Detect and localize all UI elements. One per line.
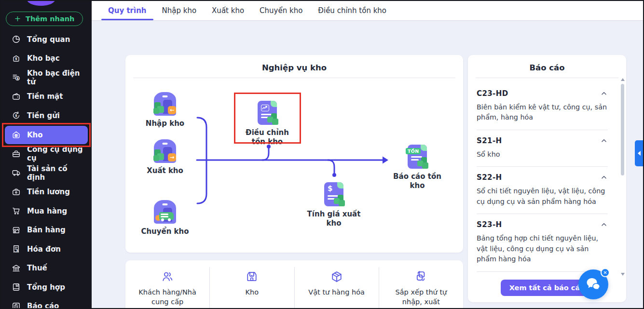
sidebar-item-tien-luong[interactable]: Tiền lương xyxy=(1,183,92,202)
sidebar-item-thue[interactable]: Thuế xyxy=(1,259,92,278)
workflow-title: Nghiệp vụ kho xyxy=(125,55,463,72)
chevron-up-icon[interactable] xyxy=(600,174,608,181)
scrollbar-thumb[interactable] xyxy=(621,84,624,175)
tab-dieu-chinh-ton-kho[interactable]: Điều chỉnh tồn kho xyxy=(310,1,394,20)
chevron-up-icon[interactable] xyxy=(600,221,608,228)
report-code: S23-H xyxy=(477,220,502,229)
flow-node-dieu-chinh-ton-kho[interactable]: Điều chỉnh tồn kho xyxy=(238,101,296,147)
chevron-up-icon[interactable] xyxy=(600,90,608,97)
report-panel: Báo cáo C23-HD Biên bản kiểm kê vật tư, … xyxy=(468,55,626,302)
chat-close-icon[interactable]: ✕ xyxy=(601,268,610,277)
report-panel-title: Báo cáo xyxy=(468,55,626,72)
warehouse-outline-icon xyxy=(245,270,259,283)
flow-node-bao-cao-ton-kho[interactable]: TỒN Báo cáo tồn kho xyxy=(386,145,449,190)
sidebar-item-tai-san-co-dinh[interactable]: Tài sản cố định xyxy=(1,163,92,183)
sidebar-item-label: Tổng hợp xyxy=(27,283,65,292)
chat-bubbles-icon xyxy=(585,277,602,292)
customers-icon xyxy=(161,270,174,283)
report-item-s21-h[interactable]: S21-H Sổ kho xyxy=(477,130,608,167)
svg-text:$: $ xyxy=(15,114,17,118)
report-list: C23-HD Biên bản kiểm kê vật tư, công cụ,… xyxy=(468,78,626,272)
link-vat-tu-hang-hoa[interactable]: Vật tư hàng hóa xyxy=(294,267,379,309)
sidebar-item-label: Kho bạc điện tử xyxy=(27,69,87,86)
sidebar-nav: Tổng quan $ Kho bạc $ Kho bạc điện tử Ti… xyxy=(1,30,92,309)
chevron-left-icon xyxy=(638,151,641,156)
flow-node-chuyen-kho[interactable]: Chuyển kho xyxy=(138,200,192,236)
sidebar-item-tien-gui[interactable]: $ Tiền gửi xyxy=(1,106,92,125)
tab-bar: Quy trình Nhập kho Xuất kho Chuyển kho Đ… xyxy=(92,1,643,21)
quick-add-button[interactable]: + Thêm nhanh xyxy=(6,12,83,26)
sidebar-item-hoa-don[interactable]: $ Hóa đơn xyxy=(1,240,92,259)
report-item-s22-h[interactable]: S22-H Sổ chi tiết nguyên liệu, vật liệu,… xyxy=(477,167,608,214)
report-chart-icon xyxy=(12,302,21,309)
sidebar-item-label: Tiền lương xyxy=(27,188,70,196)
tab-quy-trinh[interactable]: Quy trình xyxy=(100,1,154,20)
tab-xuat-kho[interactable]: Xuất kho xyxy=(204,1,252,20)
sidebar-item-label: Kho bạc xyxy=(27,54,60,63)
link-khach-hang-nha-cung-cap[interactable]: Khách hàng/Nhà cung cấp xyxy=(125,267,209,309)
sidebar-item-kho-bac[interactable]: $ Kho bạc xyxy=(1,49,92,68)
sidebar-item-label: Thuế xyxy=(27,264,47,272)
sidebar-item-tong-quan[interactable]: Tổng quan xyxy=(1,30,92,49)
sidebar-item-tien-mat[interactable]: Tiền mặt xyxy=(1,87,92,107)
sidebar-item-label: Hóa đơn xyxy=(27,245,61,254)
sidebar-item-kho[interactable]: Kho xyxy=(5,126,88,144)
sidebar-item-tong-hop[interactable]: Tổng hợp xyxy=(1,278,92,297)
workflow-card: Nghiệp vụ kho ← Nhập kho xyxy=(125,55,463,253)
briefcase-icon xyxy=(12,188,21,197)
invoice-icon: $ xyxy=(12,244,21,254)
treasury-tag-icon: $ xyxy=(12,54,21,63)
warehouse-truck-icon xyxy=(151,200,178,224)
doc-price-icon: $ xyxy=(323,182,344,206)
report-item-c23-hd[interactable]: C23-HD Biên bản kiểm kê vật tư, công cụ,… xyxy=(477,83,608,130)
shopping-cart-icon xyxy=(12,206,21,215)
flow-node-xuat-kho[interactable]: → Xuất kho xyxy=(138,139,192,175)
toolbox-icon xyxy=(12,149,21,159)
pie-chart-icon xyxy=(12,35,21,44)
doc-adjust-icon xyxy=(257,101,278,125)
sidebar-item-label: Báo cáo xyxy=(27,302,59,309)
link-kho[interactable]: Kho xyxy=(209,267,294,309)
sidebar-item-label: Tài sản cố định xyxy=(27,164,87,182)
scroll-up-icon[interactable] xyxy=(621,78,625,81)
flow-node-tinh-gia-xuat-kho[interactable]: $ Tính giá xuất kho xyxy=(305,182,363,228)
sidebar-item-label: Tiền mặt xyxy=(27,92,63,101)
sort-order-icon xyxy=(414,270,428,283)
report-scrollbar xyxy=(620,78,625,276)
flow-node-nhap-kho[interactable]: ← Nhập kho xyxy=(138,92,192,128)
sidebar-item-label: Mua hàng xyxy=(27,207,67,215)
storefront-icon xyxy=(12,226,21,235)
warehouse-in-icon: ← xyxy=(151,92,178,116)
sidebar-item-mua-hang[interactable]: Mua hàng xyxy=(1,202,92,221)
report-code: C23-HD xyxy=(477,89,508,98)
sidebar-item-label: Bán hàng xyxy=(27,226,66,234)
chat-support-button[interactable]: ✕ xyxy=(578,269,608,299)
app-window: + Thêm nhanh Tổng quan $ Kho bạc $ Kho b… xyxy=(0,0,644,309)
chevron-up-icon[interactable] xyxy=(600,137,608,145)
sidebar-item-bao-cao[interactable]: Báo cáo xyxy=(1,297,92,309)
sidebar-item-label: Tiền gửi xyxy=(27,111,60,120)
svg-text:$: $ xyxy=(15,56,17,61)
tab-nhap-kho[interactable]: Nhập kho xyxy=(154,1,205,20)
warehouse-icon xyxy=(12,130,21,139)
scroll-down-icon[interactable] xyxy=(621,273,625,276)
sidebar-item-kho-bac-dien-tu[interactable]: $ Kho bạc điện tử xyxy=(1,68,92,87)
panel-collapse-button[interactable] xyxy=(635,140,643,166)
sidebar-item-label: Công cụ dụng cụ xyxy=(27,145,87,162)
ledger-book-icon xyxy=(12,282,21,292)
tab-chuyen-kho[interactable]: Chuyển kho xyxy=(252,1,310,20)
link-sap-xep-thu-tu[interactable]: Sắp xếp thứ tự nhập, xuất xyxy=(379,267,463,309)
report-desc: Sổ kho xyxy=(477,149,608,160)
sidebar-item-label: Kho xyxy=(27,131,43,139)
report-desc: Sổ chi tiết nguyên liệu, vật liệu, công … xyxy=(477,186,608,207)
report-desc: Bảng tổng hợp chi tiết nguyên liệu, vật … xyxy=(477,233,608,264)
e-treasury-icon: $ xyxy=(12,73,21,82)
asset-truck-icon xyxy=(12,168,21,177)
warehouse-out-icon: → xyxy=(151,139,178,163)
goods-box-icon xyxy=(330,270,343,283)
sidebar-item-cong-cu-dung-cu[interactable]: Công cụ dụng cụ xyxy=(1,145,92,164)
plus-icon: + xyxy=(14,15,21,23)
report-desc: Biên bản kiểm kê vật tư, công cụ, sản ph… xyxy=(477,102,608,123)
report-item-s23-h[interactable]: S23-H Bảng tổng hợp chi tiết nguyên liệu… xyxy=(477,214,608,271)
sidebar-item-ban-hang[interactable]: Bán hàng xyxy=(1,221,92,240)
